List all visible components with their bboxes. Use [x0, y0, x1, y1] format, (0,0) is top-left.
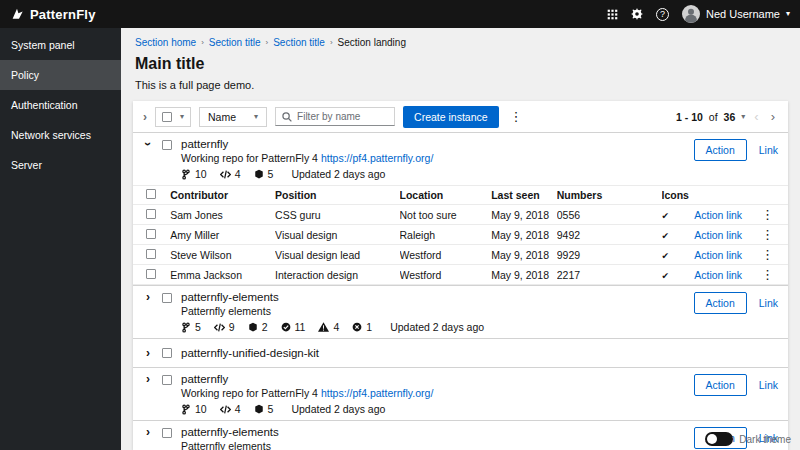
action-link[interactable]: Action link [694, 265, 753, 285]
action-link[interactable]: Action link [694, 225, 753, 245]
row-kebab-icon[interactable]: ⋮ [758, 267, 777, 282]
row-kebab-icon[interactable]: ⋮ [758, 247, 777, 262]
breadcrumb-link[interactable]: Section title [273, 37, 325, 48]
contributors-table: Contributor Position Location Last seen … [133, 185, 788, 285]
row-kebab-icon[interactable]: ⋮ [758, 207, 777, 222]
expand-all-chevron-icon[interactable]: › [143, 111, 147, 123]
cell-contributor: Emma Jackson [170, 265, 275, 285]
row-checkbox[interactable] [146, 269, 156, 279]
list-item: › patternfly Working repo for PatternFly… [133, 367, 788, 420]
row-expand-chevron-icon[interactable]: › [143, 347, 153, 359]
settings-gear-icon[interactable] [631, 8, 643, 20]
row-expand-chevron-icon[interactable]: › [142, 139, 154, 149]
repo-link[interactable]: https://pf4.patternfly.org/ [321, 387, 433, 399]
check-icon: ✔ [662, 251, 670, 261]
bulk-select-dropdown[interactable]: ▾ [155, 107, 191, 127]
row-checkbox[interactable] [146, 209, 156, 219]
breadcrumb-link[interactable]: Section title [209, 37, 261, 48]
cell-location: Westford [400, 265, 492, 285]
code-branch-icon [181, 322, 191, 333]
item-description: Patternfly elements [181, 440, 279, 450]
page-title: Main title [135, 55, 786, 73]
action-link[interactable]: Action link [694, 245, 753, 265]
link-button[interactable]: Link [759, 297, 778, 309]
row-checkbox[interactable] [146, 249, 156, 259]
pagination-prev-button[interactable]: ‹ [751, 110, 761, 123]
bulk-select-checkbox[interactable] [162, 112, 172, 122]
cube-icon [254, 169, 264, 179]
column-header-location: Location [400, 186, 492, 205]
help-icon[interactable]: ? [656, 8, 669, 21]
search-icon [282, 112, 292, 122]
user-name: Ned Username [706, 8, 780, 20]
dark-theme-control: Dark theme [705, 432, 791, 446]
item-description: Patternfly elements [181, 305, 484, 317]
chevron-down-icon: ▾ [254, 113, 258, 121]
apps-grid-icon[interactable] [607, 9, 618, 20]
sidebar-item-policy[interactable]: Policy [0, 60, 121, 90]
row-kebab-icon[interactable]: ⋮ [758, 227, 777, 242]
row-expand-chevron-icon[interactable]: › [143, 426, 153, 438]
brand[interactable]: PatternFly [10, 7, 96, 22]
action-button[interactable]: Action [694, 374, 747, 396]
link-button[interactable]: Link [759, 379, 778, 391]
times-circle-icon [352, 322, 362, 332]
cell-numbers: 9492 [557, 225, 662, 245]
cell-position: CSS guru [275, 205, 399, 225]
cell-last-seen: May 9, 2018 [491, 225, 557, 245]
check-icon: ✔ [662, 271, 670, 281]
sidebar-item-system-panel[interactable]: System panel [0, 30, 121, 60]
column-header-position: Position [275, 186, 399, 205]
repo-link[interactable]: https://pf4.patternfly.org/ [321, 152, 433, 164]
breadcrumb-link[interactable]: Section home [135, 37, 196, 48]
cell-numbers: 9929 [557, 245, 662, 265]
row-checkbox[interactable] [162, 375, 172, 385]
brand-name: PatternFly [30, 7, 96, 22]
row-checkbox[interactable] [162, 140, 172, 150]
list-item: › patternfly-elements Patternfly element… [133, 285, 788, 338]
row-checkbox[interactable] [162, 348, 172, 358]
row-expand-chevron-icon[interactable]: › [143, 373, 153, 385]
action-button[interactable]: Action [694, 292, 747, 314]
sidebar-item-authentication[interactable]: Authentication [0, 90, 121, 120]
link-button[interactable]: Link [759, 144, 778, 156]
pagination-next-button[interactable]: › [768, 110, 778, 123]
sidebar-item-server[interactable]: Server [0, 150, 121, 180]
row-checkbox[interactable] [162, 428, 172, 438]
attribute-select[interactable]: Name ▾ [199, 107, 267, 127]
sidebar-item-network-services[interactable]: Network services [0, 120, 121, 150]
column-header-contributor: Contributor [170, 186, 275, 205]
user-menu[interactable]: Ned Username ▾ [682, 5, 790, 23]
sidebar: System panel Policy Authentication Netwo… [0, 28, 121, 450]
code-icon [220, 405, 231, 414]
row-expand-chevron-icon[interactable]: › [143, 291, 153, 303]
dark-theme-toggle[interactable] [705, 432, 733, 446]
cell-location: Not too sure [400, 205, 492, 225]
pagination-menu-toggle[interactable]: ▾ [741, 113, 745, 121]
item-stats: 10 4 5 Updated 2 days ago [181, 168, 433, 180]
pagination-of: of [709, 111, 718, 123]
list-item: › patternfly-elements Patternfly element… [133, 420, 788, 450]
action-link[interactable]: Action link [694, 205, 753, 225]
item-title: patternfly [181, 138, 433, 150]
table-row: Amy Miller Visual design Raleigh May 9, … [133, 225, 788, 245]
item-description: Working repo for PatternFly 4 https://pf… [181, 152, 433, 164]
toggle-knob [707, 434, 717, 444]
item-title: patternfly-unified-design-kit [181, 347, 319, 359]
toolbar-kebab-icon[interactable]: ⋮ [507, 110, 526, 123]
item-title: patternfly-elements [181, 291, 484, 303]
cell-position: Visual design [275, 225, 399, 245]
item-title: patternfly-elements [181, 426, 279, 438]
column-header-last-seen: Last seen [491, 186, 557, 205]
row-checkbox[interactable] [146, 229, 156, 239]
main-content: Section home › Section title › Section t… [121, 28, 800, 450]
create-instance-button[interactable]: Create instance [403, 106, 499, 128]
breadcrumb-current: Section landing [338, 37, 406, 48]
table-select-all-checkbox[interactable] [146, 189, 156, 199]
action-button[interactable]: Action [694, 139, 747, 161]
search-input[interactable] [297, 111, 388, 122]
chevron-down-icon: ▾ [180, 113, 184, 121]
dark-theme-label: Dark theme [739, 434, 791, 445]
attribute-select-value: Name [208, 111, 236, 123]
row-checkbox[interactable] [162, 293, 172, 303]
